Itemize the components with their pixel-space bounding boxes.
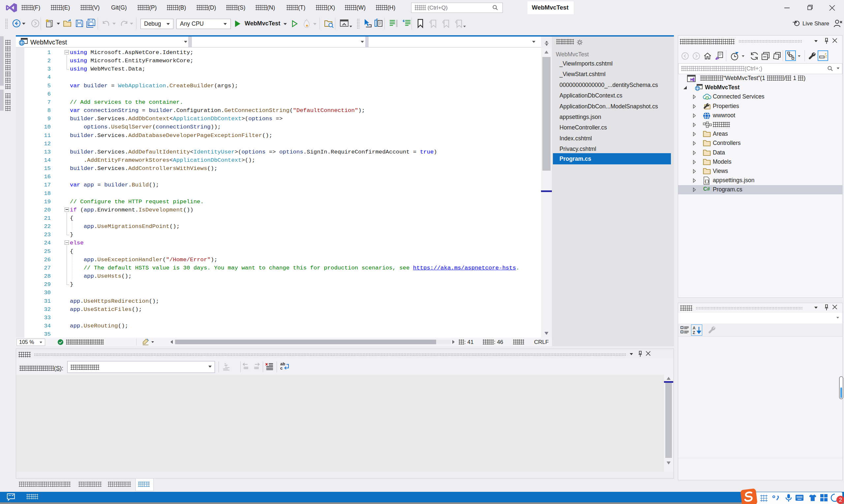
svg-text:c: c <box>280 366 282 371</box>
svg-text:A: A <box>693 326 696 330</box>
svg-text:{}: {} <box>705 179 709 184</box>
svg-text:Z: Z <box>693 330 695 335</box>
